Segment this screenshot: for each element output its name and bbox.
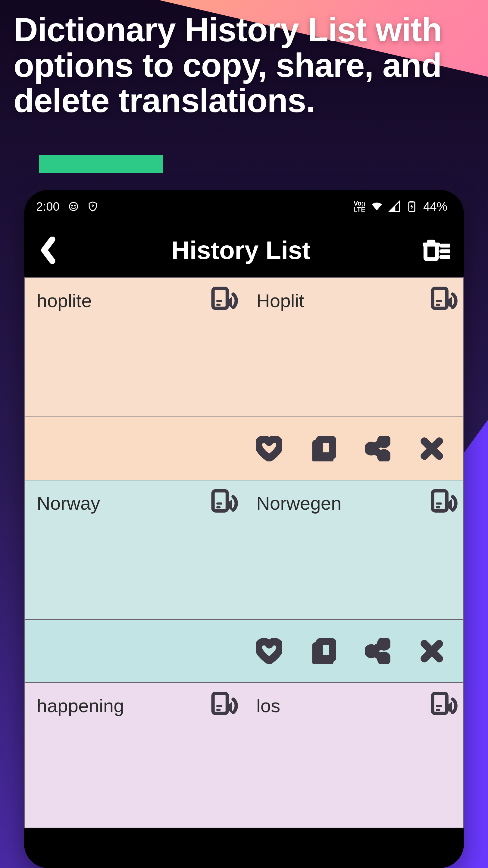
status-network-icon: Vo )) LTE	[353, 200, 365, 213]
svg-rect-14	[436, 300, 442, 302]
svg-rect-16	[319, 439, 333, 456]
card-actions	[25, 619, 463, 682]
history-card: happening los	[24, 682, 464, 828]
svg-rect-30	[319, 641, 333, 658]
svg-line-21	[374, 450, 381, 454]
favorite-button[interactable]	[255, 435, 283, 462]
promo-headline: Dictionary History List with options to …	[13, 12, 464, 119]
speak-icon	[428, 485, 461, 515]
svg-point-2	[74, 205, 75, 206]
close-icon	[419, 638, 445, 664]
page-title: History List	[60, 236, 422, 265]
svg-rect-39	[216, 705, 222, 707]
source-cell: hoplite	[25, 278, 244, 416]
speak-button[interactable]	[427, 484, 461, 517]
svg-line-20	[374, 443, 381, 447]
svg-rect-25	[216, 502, 222, 504]
copy-icon	[311, 638, 336, 664]
svg-point-1	[71, 205, 73, 206]
history-card: Norway Norwegen	[24, 480, 464, 683]
source-word: hoplite	[37, 290, 232, 311]
speak-button[interactable]	[207, 281, 242, 314]
status-face-icon	[68, 201, 79, 212]
heart-icon	[256, 638, 282, 664]
target-word: los	[256, 695, 451, 716]
battery-icon	[406, 200, 418, 213]
delete-button[interactable]	[418, 435, 445, 462]
history-list: hoplite Hoplit Norway Norwegen happening…	[24, 277, 464, 828]
speak-button[interactable]	[427, 281, 461, 314]
svg-rect-15	[436, 304, 440, 306]
share-button[interactable]	[364, 638, 391, 664]
favorite-button[interactable]	[255, 638, 283, 664]
status-shield-icon	[87, 201, 98, 212]
share-button[interactable]	[364, 435, 391, 462]
svg-line-35	[374, 652, 381, 657]
signal-icon	[388, 200, 400, 213]
svg-rect-12	[216, 304, 221, 306]
source-cell: happening	[25, 683, 244, 828]
source-cell: Norway	[25, 480, 244, 619]
speak-icon	[428, 687, 461, 718]
svg-rect-43	[436, 709, 440, 711]
target-word: Hoplit	[256, 290, 451, 311]
svg-rect-28	[436, 502, 442, 504]
clear-all-button[interactable]	[422, 238, 452, 262]
status-bar: 2:00 Vo )) LTE 44%	[24, 190, 464, 223]
trash-list-icon	[423, 238, 450, 262]
speak-icon	[208, 282, 241, 313]
app-bar: History List	[24, 223, 464, 277]
source-word: happening	[37, 695, 232, 716]
speak-icon	[208, 687, 241, 718]
speak-button[interactable]	[207, 686, 242, 719]
status-battery-text: 44%	[423, 200, 447, 213]
close-icon	[419, 436, 445, 461]
history-card: hoplite Hoplit	[24, 277, 464, 480]
translation-pair[interactable]: Norway Norwegen	[25, 480, 463, 619]
status-time: 2:00	[36, 200, 60, 213]
card-actions	[25, 416, 463, 480]
share-icon	[365, 638, 390, 664]
svg-line-34	[374, 645, 381, 650]
back-button[interactable]	[36, 235, 60, 265]
copy-icon	[311, 436, 336, 461]
target-cell: Norwegen	[244, 480, 463, 619]
accent-bar	[39, 155, 163, 173]
source-word: Norway	[37, 493, 232, 514]
copy-button[interactable]	[310, 638, 337, 664]
svg-rect-26	[216, 506, 221, 508]
delete-button[interactable]	[418, 638, 445, 664]
speak-icon	[428, 282, 461, 313]
svg-rect-6	[426, 244, 437, 259]
svg-rect-29	[436, 506, 440, 508]
target-cell: Hoplit	[244, 278, 463, 416]
share-icon	[365, 436, 390, 461]
speak-button[interactable]	[427, 686, 461, 719]
svg-rect-5	[410, 201, 413, 203]
heart-icon	[256, 436, 282, 461]
translation-pair[interactable]: happening los	[25, 683, 463, 828]
svg-rect-42	[436, 705, 442, 707]
wifi-icon	[371, 200, 383, 213]
translation-pair[interactable]: hoplite Hoplit	[25, 278, 463, 416]
svg-rect-11	[216, 300, 222, 302]
target-word: Norwegen	[256, 493, 451, 514]
svg-point-0	[69, 203, 77, 211]
speak-icon	[208, 485, 241, 515]
chevron-left-icon	[39, 237, 57, 264]
phone-frame: 2:00 Vo )) LTE 44% History List	[24, 190, 464, 868]
svg-rect-40	[216, 709, 221, 711]
target-cell: los	[244, 683, 463, 828]
speak-button[interactable]	[207, 484, 242, 517]
copy-button[interactable]	[310, 435, 337, 462]
